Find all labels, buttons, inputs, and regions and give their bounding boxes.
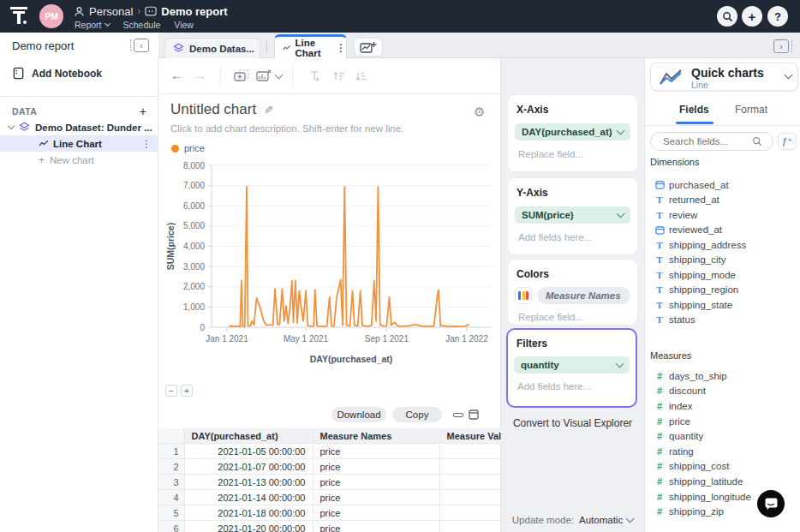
dimension-item-shipping_mode[interactable]: Tshipping_mode: [654, 267, 797, 283]
sort-descending-icon[interactable]: [355, 69, 368, 83]
line-chart-plot[interactable]: 01,0002,0003,0004,0005,0006,0007,0008,00…: [158, 154, 501, 368]
dimension-item-shipping_address[interactable]: Tshipping_address: [654, 237, 797, 253]
menu-report[interactable]: Report: [75, 20, 110, 30]
table-row[interactable]: 52021-01-18 00:00:00price: [158, 505, 501, 521]
tab-dataset[interactable]: Demo Datas...: [164, 38, 260, 58]
breadcrumb-report[interactable]: Demo report: [161, 5, 227, 18]
table-row[interactable]: 22021-01-07 00:00:00price: [158, 459, 501, 475]
chevron-down-icon[interactable]: [275, 71, 284, 80]
tab-fields[interactable]: Fields: [679, 104, 709, 116]
copy-button[interactable]: Copy: [392, 407, 442, 422]
kebab-icon[interactable]: ⋮: [141, 138, 152, 150]
download-button[interactable]: Download: [331, 407, 386, 422]
measure-item-price[interactable]: #price: [654, 414, 797, 429]
kebab-icon[interactable]: ⋮: [336, 42, 346, 54]
convert-to-visual-explorer-link[interactable]: Convert to Visual Explorer: [501, 417, 644, 429]
quick-charts-selector[interactable]: Quick charts Line: [650, 63, 798, 91]
dimension-item-purchased_at[interactable]: purchased_at: [654, 177, 797, 193]
avatar[interactable]: PM: [39, 4, 63, 28]
x-axis-replace-placeholder[interactable]: Replace field...: [518, 149, 637, 159]
column-header[interactable]: DAY(purchased_at): [184, 428, 313, 444]
zoom-out-button[interactable]: −: [165, 385, 177, 397]
chart-legend[interactable]: price: [171, 143, 205, 153]
field-label: shipping_cost: [669, 461, 729, 471]
results-table-container[interactable]: DAY(purchased_at)Measure NamesMeasure Va…: [158, 428, 501, 532]
add-calculated-field-button[interactable]: ƒ⁺: [778, 133, 797, 150]
filters-field-pill[interactable]: quantity: [514, 356, 630, 374]
dimension-item-shipping_region[interactable]: Tshipping_region: [654, 283, 797, 298]
redo-button[interactable]: →: [194, 68, 206, 82]
measure-item-rating[interactable]: #rating: [654, 444, 797, 459]
column-header[interactable]: Measure Names: [313, 428, 439, 444]
sort-ascending-icon[interactable]: [332, 69, 346, 83]
zoom-in-button[interactable]: +: [181, 385, 193, 397]
column-header[interactable]: Measure Valu: [439, 428, 501, 444]
dataset-icon: [173, 43, 184, 54]
breadcrumb-workspace[interactable]: Personal: [89, 5, 133, 18]
add-notebook-button[interactable]: Add Notebook: [12, 67, 102, 80]
search-fields-input[interactable]: [661, 135, 750, 147]
search-fields-box[interactable]: [650, 132, 773, 151]
sidebar-divider: [0, 96, 158, 97]
pencil-icon[interactable]: ✎: [264, 104, 273, 117]
dimension-item-shipping_city[interactable]: Tshipping_city: [654, 253, 797, 268]
table-cell: price: [313, 475, 439, 490]
chart-title[interactable]: Untitled chart: [170, 101, 256, 118]
add-data-button[interactable]: +: [140, 105, 146, 118]
chat-widget-button[interactable]: [757, 490, 785, 517]
expand-panel-button[interactable]: ›: [773, 39, 792, 53]
dimension-item-shipping_state[interactable]: Tshipping_state: [654, 297, 797, 313]
dimension-item-review[interactable]: Treview: [654, 207, 797, 223]
measure-item-shipping_latitude[interactable]: #shipping_latitude: [654, 474, 797, 489]
chevron-left-icon: ‹: [134, 39, 149, 52]
dimension-item-reviewed_at[interactable]: reviewed_at: [654, 223, 797, 238]
expand-table-icon[interactable]: [469, 409, 479, 420]
table-row[interactable]: 42021-01-14 00:00:00price: [158, 490, 501, 505]
transpose-icon[interactable]: [309, 69, 323, 83]
measure-item-discount[interactable]: #discount: [654, 384, 797, 399]
filters-add-placeholder[interactable]: Add fields here...: [517, 381, 636, 392]
measure-item-days_to_ship[interactable]: #days_to_ship: [654, 368, 797, 384]
dimension-item-returned_at[interactable]: Treturned_at: [654, 193, 797, 208]
table-cell: [439, 444, 501, 459]
menu-view[interactable]: View: [174, 20, 194, 30]
measure-item-index[interactable]: #index: [654, 398, 797, 414]
minimize-table-icon[interactable]: [453, 413, 463, 417]
chart-settings-button[interactable]: ⚙: [474, 105, 485, 120]
tab-line-chart[interactable]: Line Chart ⋮: [274, 34, 347, 58]
add-button[interactable]: +: [742, 6, 762, 27]
app-logo[interactable]: [10, 5, 31, 27]
minus-icon: −: [169, 386, 174, 396]
y-axis-field-pill[interactable]: SUM(price): [515, 206, 630, 224]
search-button[interactable]: [717, 6, 737, 27]
measure-icon: #: [654, 492, 666, 502]
colors-field-pill[interactable]: Measure Names: [537, 287, 630, 304]
remove-chart-icon[interactable]: [256, 69, 272, 83]
tab-format[interactable]: Format: [735, 104, 767, 116]
measure-item-shipping_cost[interactable]: #shipping_cost: [654, 459, 797, 475]
svg-text:7,000: 7,000: [183, 181, 205, 190]
chart-description-placeholder[interactable]: Click to add chart description. Shift-en…: [170, 123, 403, 134]
field-label: review: [669, 210, 697, 220]
undo-button[interactable]: ←: [170, 68, 183, 82]
sidebar-item-line-chart[interactable]: Line Chart ⋮: [0, 135, 158, 152]
duplicate-frame-icon[interactable]: [234, 69, 249, 83]
x-axis-field-pill[interactable]: DAY(purchased_at): [515, 123, 630, 140]
sidebar-item-dataset[interactable]: Demo Dataset: Dunder ...: [9, 122, 152, 133]
y-axis-add-placeholder[interactable]: Add fields here...: [518, 232, 637, 242]
colors-replace-placeholder[interactable]: Replace field...: [518, 312, 637, 322]
update-mode-select[interactable]: Automatic: [579, 515, 633, 525]
field-label: shipping_latitude: [669, 476, 743, 487]
table-row[interactable]: 12021-01-05 00:00:00price: [158, 444, 501, 459]
sidebar-item-new-chart[interactable]: + New chart: [39, 154, 94, 166]
help-button[interactable]: ?: [767, 6, 788, 27]
field-label: shipping_zip: [669, 506, 724, 517]
menu-schedule[interactable]: Schedule: [123, 20, 161, 30]
dimension-item-status[interactable]: Tstatus: [654, 313, 797, 328]
add-chart-tab-button[interactable]: [354, 38, 383, 57]
table-row[interactable]: 62021-01-20 00:00:00price: [158, 521, 501, 532]
chevron-down-icon: [616, 360, 624, 368]
table-row[interactable]: 32021-01-13 00:00:00price: [158, 475, 501, 490]
measure-item-quantity[interactable]: #quantity: [654, 428, 797, 444]
collapse-sidebar-button[interactable]: ‹: [130, 39, 149, 52]
